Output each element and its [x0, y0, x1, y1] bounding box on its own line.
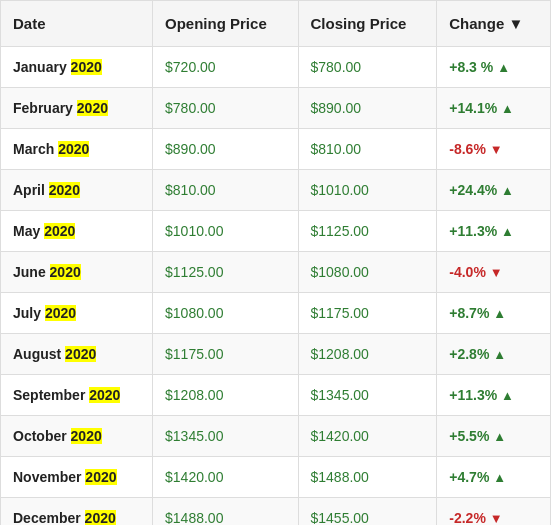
down-arrow-icon: ▼ [490, 142, 503, 157]
up-arrow-icon: ▲ [501, 224, 514, 239]
opening-price-cell: $1488.00 [153, 498, 298, 526]
closing-price-cell: $1175.00 [298, 293, 437, 334]
date-cell: June 2020 [1, 252, 153, 293]
date-cell: September 2020 [1, 375, 153, 416]
change-cell: -2.2% ▼ [437, 498, 551, 526]
up-arrow-icon: ▲ [493, 306, 506, 321]
year-badge: 2020 [44, 223, 75, 239]
change-cell: +24.4% ▲ [437, 170, 551, 211]
up-arrow-icon: ▲ [493, 470, 506, 485]
date-cell: March 2020 [1, 129, 153, 170]
opening-price-cell: $890.00 [153, 129, 298, 170]
change-value: +11.3% [449, 387, 497, 403]
col-header-date: Date [1, 1, 153, 47]
table-row: November 2020$1420.00$1488.00+4.7% ▲ [1, 457, 551, 498]
closing-price-cell: $1125.00 [298, 211, 437, 252]
up-arrow-icon: ▲ [501, 183, 514, 198]
year-badge: 2020 [50, 264, 81, 280]
year-badge: 2020 [49, 182, 80, 198]
up-arrow-icon: ▲ [501, 388, 514, 403]
change-cell: +4.7% ▲ [437, 457, 551, 498]
opening-price-cell: $810.00 [153, 170, 298, 211]
year-badge: 2020 [45, 305, 76, 321]
closing-price-cell: $1080.00 [298, 252, 437, 293]
table-row: August 2020$1175.00$1208.00+2.8% ▲ [1, 334, 551, 375]
closing-price-cell: $1010.00 [298, 170, 437, 211]
change-value: -2.2% [449, 510, 486, 525]
col-header-opening: Opening Price [153, 1, 298, 47]
closing-price-cell: $1455.00 [298, 498, 437, 526]
opening-price-cell: $780.00 [153, 88, 298, 129]
opening-price-cell: $1345.00 [153, 416, 298, 457]
change-value: +8.3 % [449, 59, 493, 75]
opening-price-cell: $1175.00 [153, 334, 298, 375]
up-arrow-icon: ▲ [493, 347, 506, 362]
table-row: March 2020$890.00$810.00-8.6% ▼ [1, 129, 551, 170]
change-cell: +2.8% ▲ [437, 334, 551, 375]
change-value: -8.6% [449, 141, 486, 157]
change-cell: +11.3% ▲ [437, 375, 551, 416]
closing-price-cell: $1488.00 [298, 457, 437, 498]
year-badge: 2020 [85, 510, 116, 525]
table-row: April 2020$810.00$1010.00+24.4% ▲ [1, 170, 551, 211]
opening-price-cell: $1208.00 [153, 375, 298, 416]
date-cell: April 2020 [1, 170, 153, 211]
opening-price-cell: $720.00 [153, 47, 298, 88]
change-cell: +8.7% ▲ [437, 293, 551, 334]
year-badge: 2020 [65, 346, 96, 362]
date-cell: July 2020 [1, 293, 153, 334]
table-row: June 2020$1125.00$1080.00-4.0% ▼ [1, 252, 551, 293]
change-cell: +14.1% ▲ [437, 88, 551, 129]
date-cell: August 2020 [1, 334, 153, 375]
table-row: February 2020$780.00$890.00+14.1% ▲ [1, 88, 551, 129]
opening-price-cell: $1420.00 [153, 457, 298, 498]
change-value: +5.5% [449, 428, 489, 444]
table-header-row: Date Opening Price Closing Price Change … [1, 1, 551, 47]
up-arrow-icon: ▲ [497, 60, 510, 75]
change-value: +24.4% [449, 182, 497, 198]
closing-price-cell: $1420.00 [298, 416, 437, 457]
change-value: -4.0% [449, 264, 486, 280]
closing-price-cell: $1345.00 [298, 375, 437, 416]
date-cell: February 2020 [1, 88, 153, 129]
year-badge: 2020 [58, 141, 89, 157]
change-cell: +5.5% ▲ [437, 416, 551, 457]
year-badge: 2020 [89, 387, 120, 403]
table-row: January 2020$720.00$780.00+8.3 % ▲ [1, 47, 551, 88]
year-badge: 2020 [85, 469, 116, 485]
year-badge: 2020 [77, 100, 108, 116]
change-cell: +8.3 % ▲ [437, 47, 551, 88]
table-row: December 2020$1488.00$1455.00-2.2% ▼ [1, 498, 551, 526]
table-row: July 2020$1080.00$1175.00+8.7% ▲ [1, 293, 551, 334]
date-cell: January 2020 [1, 47, 153, 88]
year-badge: 2020 [71, 428, 102, 444]
down-arrow-icon: ▼ [490, 265, 503, 280]
date-cell: December 2020 [1, 498, 153, 526]
change-value: +4.7% [449, 469, 489, 485]
closing-price-cell: $780.00 [298, 47, 437, 88]
opening-price-cell: $1125.00 [153, 252, 298, 293]
price-table: Date Opening Price Closing Price Change … [0, 0, 551, 525]
change-value: +2.8% [449, 346, 489, 362]
change-cell: -8.6% ▼ [437, 129, 551, 170]
date-cell: October 2020 [1, 416, 153, 457]
table-row: October 2020$1345.00$1420.00+5.5% ▲ [1, 416, 551, 457]
opening-price-cell: $1080.00 [153, 293, 298, 334]
change-value: +11.3% [449, 223, 497, 239]
table-row: May 2020$1010.00$1125.00+11.3% ▲ [1, 211, 551, 252]
change-cell: -4.0% ▼ [437, 252, 551, 293]
closing-price-cell: $1208.00 [298, 334, 437, 375]
table-row: September 2020$1208.00$1345.00+11.3% ▲ [1, 375, 551, 416]
change-value: +14.1% [449, 100, 497, 116]
closing-price-cell: $890.00 [298, 88, 437, 129]
change-cell: +11.3% ▲ [437, 211, 551, 252]
date-cell: May 2020 [1, 211, 153, 252]
year-badge: 2020 [71, 59, 102, 75]
col-header-change: Change ▼ [437, 1, 551, 47]
opening-price-cell: $1010.00 [153, 211, 298, 252]
up-arrow-icon: ▲ [501, 101, 514, 116]
change-value: +8.7% [449, 305, 489, 321]
up-arrow-icon: ▲ [493, 429, 506, 444]
down-arrow-icon: ▼ [490, 511, 503, 525]
col-header-closing: Closing Price [298, 1, 437, 47]
